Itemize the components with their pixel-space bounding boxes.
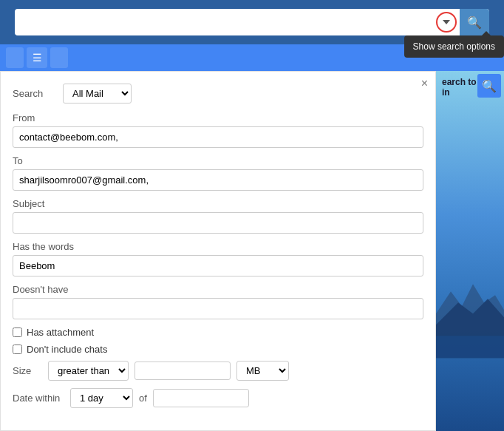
from-label: From [13, 112, 423, 123]
close-icon: × [421, 77, 428, 89]
doesnt-have-field-group: Doesn't have [13, 284, 423, 319]
right-panel: earch to look in 🔍 [436, 71, 504, 431]
svg-rect-3 [436, 336, 504, 359]
tooltip-text: Show search options [413, 41, 495, 52]
search-options-tooltip: Show search options [404, 35, 504, 58]
search-input[interactable] [15, 9, 433, 35]
date-value-input[interactable] [153, 389, 249, 407]
nav-button-1[interactable] [6, 47, 24, 68]
has-words-label: Has the words [13, 241, 423, 252]
date-within-label: Date within [13, 393, 64, 404]
subject-label: Subject [13, 198, 423, 209]
close-button[interactable]: × [421, 78, 428, 89]
top-bar: 🔍 Show search options [0, 0, 504, 44]
from-input[interactable] [13, 126, 423, 148]
right-search-button[interactable]: 🔍 [477, 74, 501, 98]
search-icon: 🔍 [467, 16, 482, 30]
to-input[interactable] [13, 169, 423, 191]
subject-input[interactable] [13, 212, 423, 234]
nav-button-2[interactable] [50, 47, 68, 68]
date-within-row: Date within 1 day 3 days 1 week 1 month … [13, 388, 423, 408]
right-search-icon: 🔍 [482, 79, 497, 93]
dont-include-chats-checkbox[interactable] [13, 345, 22, 354]
search-label: Search [13, 88, 57, 99]
has-words-field-group: Has the words [13, 241, 423, 276]
size-value-input[interactable] [134, 362, 231, 380]
show-search-options-button[interactable] [433, 9, 460, 35]
right-panel-background: earch to look in 🔍 [436, 71, 504, 431]
nav-button-icon[interactable]: ☰ [27, 47, 47, 68]
has-attachment-row: Has attachment [13, 327, 423, 338]
dropdown-circle [436, 12, 457, 33]
to-field-group: To [13, 155, 423, 191]
has-words-input[interactable] [13, 255, 423, 276]
size-unit-select[interactable]: MB KB Bytes [236, 361, 289, 381]
background-scenery [436, 197, 504, 431]
to-label: To [13, 155, 423, 166]
search-panel: × Search All Mail Inbox Sent Mail Drafts… [0, 71, 436, 431]
search-type-row: Search All Mail Inbox Sent Mail Drafts [13, 84, 423, 103]
dont-include-chats-row: Don't include chats [13, 344, 423, 355]
has-attachment-checkbox[interactable] [13, 328, 22, 337]
search-scope-select[interactable]: All Mail Inbox Sent Mail Drafts [63, 84, 132, 103]
subject-field-group: Subject [13, 198, 423, 234]
size-label: Size [13, 365, 42, 376]
doesnt-have-label: Doesn't have [13, 284, 423, 295]
from-field-group: From [13, 112, 423, 148]
doesnt-have-input[interactable] [13, 298, 423, 319]
main-content: × Search All Mail Inbox Sent Mail Drafts… [0, 71, 504, 431]
size-comparison-select[interactable]: greater than less than [48, 361, 129, 381]
chevron-down-icon [443, 20, 450, 24]
size-row: Size greater than less than MB KB Bytes [13, 361, 423, 381]
date-range-select[interactable]: 1 day 3 days 1 week 1 month [70, 388, 133, 408]
date-of-label: of [139, 393, 147, 404]
search-box: 🔍 [15, 9, 489, 35]
has-attachment-label: Has attachment [27, 327, 94, 338]
dont-include-chats-label: Don't include chats [27, 344, 107, 355]
